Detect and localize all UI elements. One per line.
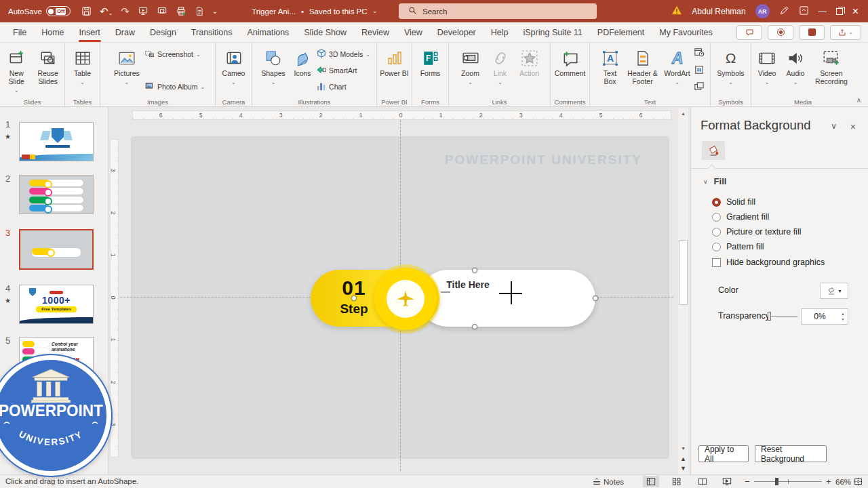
gradient-fill-radio[interactable]: Gradient fill — [712, 212, 769, 222]
photo-album-button[interactable]: Photo Album⌄ — [144, 80, 205, 94]
hide-background-graphics-checkbox[interactable]: Hide background graphics — [712, 258, 825, 267]
video-button[interactable]: Video⌄ — [753, 46, 781, 85]
icons-button[interactable]: Icons — [290, 46, 315, 77]
scroll-up-button[interactable]: ▲ — [678, 111, 688, 116]
power-bi-button[interactable]: Power BI — [378, 46, 410, 77]
pattern-fill-radio[interactable]: Pattern fill — [712, 242, 764, 251]
slide-editing-surface[interactable]: POWERPOINT UNIVERSITY 01 Step Title Here — [132, 138, 668, 458]
3d-models-button[interactable]: 3D Models⌄ — [317, 47, 370, 61]
picture-texture-fill-radio[interactable]: Picture or texture fill — [712, 227, 801, 237]
tab-insert[interactable]: Insert — [72, 22, 108, 43]
text-box-button[interactable]: A Text Box — [597, 46, 624, 85]
user-name[interactable]: Abdul Rehman — [692, 7, 745, 16]
tab-animations[interactable]: Animations — [240, 22, 297, 43]
minimize-button[interactable]: — — [818, 7, 827, 16]
tab-ispring-suite[interactable]: iSpring Suite 11 — [516, 22, 590, 43]
restore-button[interactable] — [836, 8, 843, 15]
record-button[interactable] — [768, 25, 793, 40]
document-title[interactable]: Trigger Ani... — [252, 7, 296, 16]
reset-background-button[interactable]: Reset Background — [755, 445, 827, 462]
pictures-button[interactable]: Pictures⌄ — [111, 46, 143, 85]
title-placeholder-text[interactable]: Title Here — [424, 279, 512, 290]
tab-design[interactable]: Design — [142, 22, 184, 43]
share-button[interactable]: ⌄ — [830, 25, 861, 40]
forms-button[interactable]: F Forms — [414, 46, 447, 77]
fit-slide-to-window-button[interactable] — [854, 475, 863, 488]
color-picker-button[interactable]: ▾ — [820, 283, 848, 299]
normal-view-button[interactable] — [643, 476, 659, 487]
smartart-button[interactable]: SmartArt — [317, 64, 370, 77]
scroll-down-button[interactable]: ▼ — [678, 446, 688, 451]
step-label-text[interactable]: Step — [320, 302, 388, 317]
scrollbar-thumb[interactable] — [679, 240, 688, 305]
quick-print-button[interactable] — [176, 6, 186, 16]
autosave-switch[interactable]: Off — [46, 6, 71, 16]
spin-down-icon[interactable]: ▼ — [842, 317, 845, 321]
header-footer-button[interactable]: Header & Footer — [625, 46, 660, 85]
tab-file[interactable]: File — [5, 22, 34, 43]
tab-home[interactable]: Home — [34, 22, 71, 43]
tab-developer[interactable]: Developer — [430, 22, 484, 43]
reading-view-button[interactable] — [694, 476, 711, 487]
redo-button[interactable]: ↷ — [121, 5, 130, 18]
chart-button[interactable]: Chart — [317, 80, 370, 94]
tab-transitions[interactable]: Transitions — [184, 22, 240, 43]
search-input[interactable]: Search — [399, 3, 597, 19]
transparency-spinner[interactable]: ▲▼ — [838, 309, 848, 324]
comment-button[interactable]: Comment — [554, 46, 587, 77]
ribbon-display-options-button[interactable] — [799, 5, 809, 18]
transparency-slider-track[interactable] — [769, 316, 797, 317]
slide-canvas-area[interactable]: 6543210123456 3210123 POWERPOINT UNIVERS… — [108, 107, 690, 474]
autosave-toggle[interactable]: AutoSave Off — [8, 6, 71, 16]
audio-button[interactable]: Audio⌄ — [782, 46, 809, 85]
present-in-teams-button[interactable] — [799, 25, 825, 40]
screenshot-button[interactable]: Screenshot⌄ — [144, 47, 205, 61]
shapes-button[interactable]: Shapes⌄ — [258, 46, 288, 85]
new-slide-button[interactable]: New Slide⌄ — [1, 46, 32, 94]
collapse-ribbon-button[interactable]: ∧ — [856, 96, 861, 104]
close-button[interactable]: × — [852, 6, 859, 17]
previous-slide-button[interactable]: ▲ — [678, 455, 688, 462]
slide-show-view-button[interactable] — [719, 476, 735, 487]
table-button[interactable]: Table⌄ — [66, 46, 98, 85]
reuse-slides-button[interactable]: Reuse Slides — [33, 46, 64, 85]
wordart-button[interactable]: A WordArt⌄ — [662, 46, 693, 85]
vertical-scrollbar[interactable]: ▲ ▼ ▲ ▼ — [678, 108, 688, 474]
apply-to-all-button[interactable]: Apply to All — [698, 445, 749, 462]
undo-button[interactable]: ↶⌄ — [100, 5, 113, 18]
title-pill-shape[interactable] — [419, 270, 595, 327]
save-button[interactable] — [81, 6, 92, 16]
warning-icon[interactable] — [671, 5, 682, 17]
selection-handle-bottom[interactable] — [472, 324, 477, 329]
start-from-beginning-button[interactable] — [138, 6, 149, 16]
slide-thumbnail-4[interactable]: 1000+ Free Templates — [19, 285, 94, 324]
zoom-out-button[interactable]: − — [745, 475, 750, 488]
preview-button[interactable] — [195, 6, 204, 16]
tab-my-favourites[interactable]: My Favourites — [652, 22, 720, 43]
slide-number-button[interactable] — [694, 65, 704, 77]
cameo-button[interactable]: Cameo⌄ — [218, 46, 250, 85]
comments-button[interactable] — [736, 25, 762, 40]
selection-handle-left[interactable] — [351, 296, 357, 301]
fill-section-header[interactable]: ∨ Fill — [703, 176, 726, 186]
pane-options-caret-icon[interactable]: ∨ — [831, 121, 837, 131]
slide-thumbnail-3-selected[interactable] — [19, 229, 94, 270]
slide-sorter-view-button[interactable] — [669, 476, 685, 487]
symbols-button[interactable]: Ω Symbols⌄ — [715, 46, 747, 85]
tab-draw[interactable]: Draw — [108, 22, 142, 43]
notes-button[interactable]: Notes — [593, 475, 624, 488]
slide-thumbnail-2[interactable] — [19, 175, 94, 214]
slide-show-setup-button[interactable] — [157, 6, 167, 16]
zoom-in-button[interactable]: + — [826, 475, 831, 488]
spin-up-icon[interactable]: ▲ — [842, 312, 845, 316]
date-time-button[interactable] — [694, 47, 704, 59]
transparency-value-input[interactable]: 0% ▲▼ — [801, 308, 848, 325]
zoom-slider-thumb[interactable] — [775, 478, 778, 485]
slide-thumbnail-1[interactable] — [19, 122, 94, 161]
tab-view[interactable]: View — [397, 22, 430, 43]
selection-handle-top[interactable] — [472, 268, 477, 273]
object-button[interactable] — [694, 82, 704, 94]
tab-review[interactable]: Review — [354, 22, 397, 43]
selection-handle-right[interactable] — [593, 296, 598, 301]
next-slide-button[interactable]: ▼ — [678, 465, 688, 472]
